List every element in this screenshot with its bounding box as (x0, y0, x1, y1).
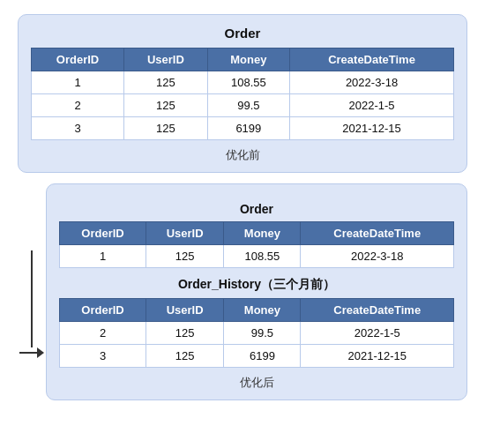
bot-hist-col-datetime: CreateDateTime (301, 299, 454, 322)
table-row: 1125108.552022-3-18 (60, 245, 454, 268)
top-card-title: Order (31, 26, 454, 41)
bottom-card: Order OrderID UserID Money CreateDateTim… (46, 183, 467, 400)
top-col-money: Money (207, 49, 289, 71)
bottom-section: Order OrderID UserID Money CreateDateTim… (18, 183, 467, 400)
bot-hist-col-userid: UserID (146, 299, 224, 322)
top-table: OrderID UserID Money CreateDateTime 1125… (31, 48, 454, 140)
bot-order-col-money: Money (224, 222, 301, 245)
arrow-column (18, 183, 46, 400)
bot-order-col-datetime: CreateDateTime (301, 222, 454, 245)
bottom-order-table: OrderID UserID Money CreateDateTime 1125… (59, 221, 454, 268)
arrow-line (19, 250, 44, 358)
bot-hist-col-orderid: OrderID (60, 299, 146, 322)
table-row: 312561992021-12-15 (60, 345, 454, 368)
arrow-head (37, 347, 44, 358)
table-row: 1125108.552022-3-18 (32, 71, 454, 94)
table-row: 212599.52022-1-5 (32, 94, 454, 117)
bottom-order-title: Order (59, 202, 454, 216)
arrow-horizontal (19, 352, 37, 354)
top-col-userid: UserID (124, 49, 208, 71)
bot-order-col-userid: UserID (146, 222, 224, 245)
bottom-history-title: Order_History（三个月前） (59, 277, 454, 293)
bottom-caption: 优化后 (59, 375, 454, 391)
bottom-history-table: OrderID UserID Money CreateDateTime 2125… (59, 298, 454, 368)
table-row: 312561992021-12-15 (32, 117, 454, 140)
arrow-vertical (31, 250, 33, 347)
top-caption: 优化前 (31, 147, 454, 163)
bot-hist-col-money: Money (224, 299, 301, 322)
top-col-datetime: CreateDateTime (290, 49, 454, 71)
arrow-horizontal-row (19, 347, 44, 358)
table-row: 212599.52022-1-5 (60, 322, 454, 345)
bottom-content: Order OrderID UserID Money CreateDateTim… (46, 183, 467, 400)
top-col-orderid: OrderID (32, 49, 124, 71)
bot-order-col-orderid: OrderID (60, 222, 146, 245)
top-card: Order OrderID UserID Money CreateDateTim… (18, 14, 467, 173)
